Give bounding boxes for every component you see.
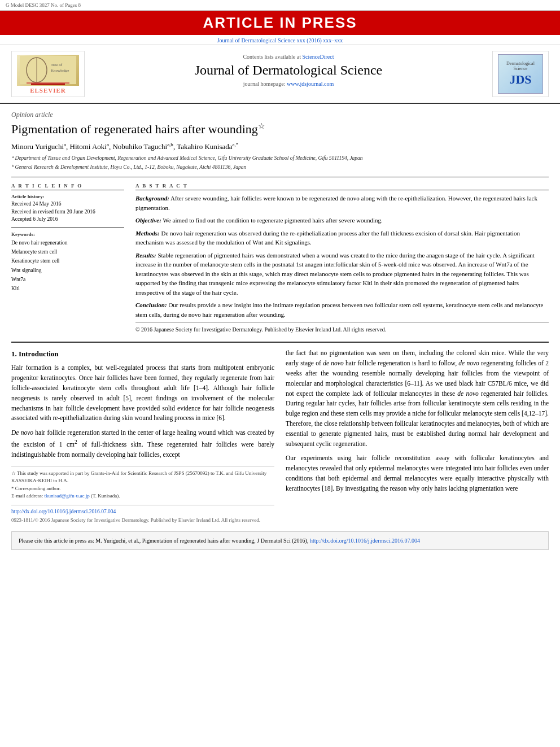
copyright-line: 0923-1811/© 2016 Japanese Society for In…	[11, 517, 274, 525]
top-bar: G Model DESC 3027 No. of Pages 8	[0, 0, 560, 11]
footnote-email: E-mail address: tkunisad@gifu-u.ac.jp (T…	[11, 492, 274, 500]
elsevier-logo-container: Tree of Knowledge ELSEVIER	[11, 51, 85, 97]
body-right-para-2: Our experiments using hair follicle reco…	[286, 453, 549, 493]
keywords-label: Keywords:	[11, 231, 124, 237]
contents-label: Contents lists available at	[243, 54, 300, 60]
article-type: Opinion article	[11, 111, 549, 119]
keyword-5: Wnt7a	[11, 275, 124, 284]
journal-homepage: journal homepage: www.jdsjournal.com	[93, 81, 484, 87]
article-title-text: Pigmentation of regenerated hairs after …	[11, 122, 258, 136]
objective-label: Objective:	[135, 217, 161, 224]
journal-title-block: Contents lists available at ScienceDirec…	[90, 51, 487, 97]
body-two-col: 1. Introduction Hair formation is a comp…	[11, 348, 549, 525]
keyword-4: Wnt signaling	[11, 266, 124, 275]
journal-link-text: Journal of Dermatological Science xxx (2…	[217, 37, 343, 43]
citation-url[interactable]: http://dx.doi.org/10.1016/j.jdermsci.201…	[310, 538, 420, 544]
model-info: G Model DESC 3027 No. of Pages 8	[6, 2, 81, 8]
sciencedirect-link[interactable]: ScienceDirect	[302, 54, 334, 60]
footnote-corresponding: * Corresponding author.	[11, 485, 274, 493]
email-link[interactable]: tkunisad@gifu-u.ac.jp	[44, 493, 89, 499]
body-section: 1. Introduction Hair formation is a comp…	[11, 342, 549, 525]
contents-line: Contents lists available at ScienceDirec…	[93, 54, 484, 60]
citation-box: Please cite this article in press as: M.…	[11, 531, 549, 550]
email-label: E-mail address:	[11, 493, 43, 499]
affiliation-a: ᵃ Department of Tissue and Organ Develop…	[11, 155, 549, 162]
divider-keywords	[11, 228, 124, 228]
email-person: (T. Kunisada).	[91, 493, 120, 499]
article-in-press-text: ARTICLE IN PRESS	[203, 14, 357, 31]
abstract-objective: Objective: We aimed to find out the cond…	[135, 216, 549, 225]
author-list: Minoru Yuriguchia, Hitomi Aokia, Nobuhik…	[11, 142, 238, 151]
keyword-6: Kitl	[11, 284, 124, 293]
article-title: Pigmentation of regenerated hairs after …	[11, 121, 549, 137]
jds-logo-text: JDS	[509, 72, 531, 87]
article-content: Opinion article Pigmentation of regenera…	[0, 104, 560, 557]
elsevier-wordmark: ELSEVIER	[30, 87, 66, 94]
svg-text:Knowledge: Knowledge	[51, 68, 69, 73]
abstract-label: A B S T R A C T	[135, 183, 549, 190]
abstract-background: Background: After severe wounding, hair …	[135, 194, 549, 212]
background-text: After severe wounding, hair follicles we…	[135, 195, 537, 211]
divider-1	[11, 177, 549, 177]
conclusion-label: Conclusion:	[135, 302, 167, 308]
history-label: Article history:	[11, 194, 124, 199]
model-text: G Model DESC 3027 No. of Pages 8	[6, 2, 81, 8]
intro-para-2: De novo hair follicle regeneration start…	[11, 428, 274, 460]
jds-subtitle: DermatologicalScience	[506, 61, 535, 71]
received-date: Received 24 May 2016	[11, 200, 124, 208]
de-novo-italic: De novo	[11, 429, 33, 436]
revised-date: Received in revised form 20 June 2016	[11, 208, 124, 216]
journal-header-row: Tree of Knowledge ELSEVIER Contents list…	[0, 45, 560, 104]
intro-para-1: Hair formation is a complex, but well-re…	[11, 363, 274, 423]
citation-prefix: Please cite this article in press as: M.…	[19, 538, 308, 544]
footnote-star: ☆ This study was supported in part by Gr…	[11, 470, 274, 485]
background-label: Background:	[135, 195, 169, 202]
svg-text:Tree of: Tree of	[51, 63, 63, 67]
article-info-col: A R T I C L E I N F O Article history: R…	[11, 183, 124, 334]
objective-text: We aimed to find out the condition to re…	[163, 217, 383, 224]
doi-url[interactable]: http://dx.doi.org/10.1016/j.jdermsci.201…	[11, 509, 116, 514]
footnote-section: ☆ This study was supported in part by Gr…	[11, 466, 274, 500]
homepage-url[interactable]: www.jdsjournal.com	[287, 81, 334, 87]
abstract-text: Background: After severe wounding, hair …	[135, 194, 549, 334]
abstract-conclusion: Conclusion: Our results provide a new in…	[135, 300, 549, 319]
keyword-2: Melanocyte stem cell	[11, 247, 124, 256]
homepage-label: journal homepage:	[243, 81, 286, 87]
accepted-date: Accepted 6 July 2016	[11, 216, 124, 223]
keyword-1: De novo hair regeneration	[11, 238, 124, 247]
jds-logo: DermatologicalScience JDS	[498, 54, 543, 94]
intro-section-title: 1. Introduction	[11, 348, 274, 360]
affiliation-b: ᵇ General Research & Development Institu…	[11, 164, 549, 171]
body-right-para-1: the fact that no pigmentation was seen o…	[286, 348, 549, 449]
keyword-3: Keratinocyte stem cell	[11, 256, 124, 265]
jds-logo-container: DermatologicalScience JDS	[492, 51, 549, 97]
abstract-methods: Methods: De novo hair regeneration was o…	[135, 229, 549, 247]
info-abstract-row: A R T I C L E I N F O Article history: R…	[11, 183, 549, 334]
abstract-copyright: © 2016 Japanese Society for Investigativ…	[135, 322, 549, 334]
keywords-list: De novo hair regeneration Melanocyte ste…	[11, 238, 124, 293]
article-in-press-banner: ARTICLE IN PRESS	[0, 11, 560, 35]
abstract-results: Results: Stable regeneration of pigmente…	[135, 251, 549, 298]
article-info-label: A R T I C L E I N F O	[11, 183, 124, 190]
title-star: ☆	[258, 122, 265, 130]
authors-line: Minoru Yuriguchia, Hitomi Aokia, Nobuhik…	[11, 141, 549, 151]
journal-main-title: Journal of Dermatological Science	[93, 63, 484, 78]
results-label: Results:	[135, 252, 156, 259]
abstract-col: A B S T R A C T Background: After severe…	[135, 183, 549, 334]
elsevier-image: Tree of Knowledge	[17, 55, 79, 86]
methods-text: De novo hair regeneration was observed d…	[135, 230, 520, 246]
body-col-right: the fact that no pigmentation was seen o…	[286, 348, 549, 525]
methods-label: Methods:	[135, 230, 160, 237]
body-col-left: 1. Introduction Hair formation is a comp…	[11, 348, 274, 525]
conclusion-text: Our results provide a new insight into t…	[135, 302, 543, 318]
results-text: Stable regeneration of pigmented hairs w…	[135, 252, 535, 296]
doi-line: http://dx.doi.org/10.1016/j.jdermsci.201…	[11, 505, 274, 516]
journal-header: Journal of Dermatological Science xxx (2…	[0, 35, 560, 45]
